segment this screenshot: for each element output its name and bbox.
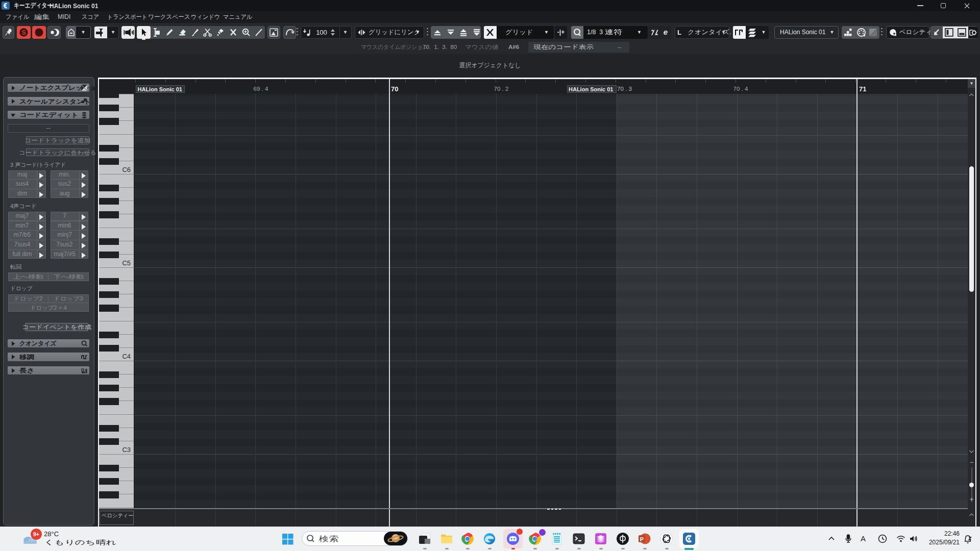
svg-text:S: S [21,29,26,36]
svg-text:P: P [640,536,644,542]
